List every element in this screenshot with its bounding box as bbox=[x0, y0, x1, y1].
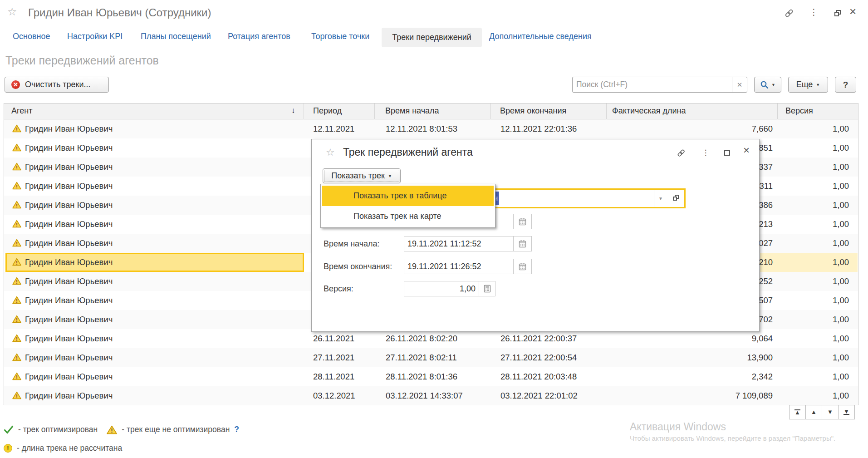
legend-optimized-label: - трек оптимизирован bbox=[18, 425, 98, 434]
end-time-field[interactable]: 19.11.2021 11:26:52 bbox=[404, 259, 514, 274]
tab-plany-poseshcheniy[interactable]: Планы посещений bbox=[141, 32, 211, 41]
col-header-period[interactable]: Период bbox=[313, 106, 342, 116]
tab-osnovnoe[interactable]: Основное bbox=[13, 32, 50, 41]
cell-length: 2,342 bbox=[636, 372, 773, 382]
cell-agent: Гридин Иван Юрьевич bbox=[25, 391, 113, 401]
link-icon[interactable] bbox=[783, 7, 795, 19]
cell-version: 1,00 bbox=[777, 315, 849, 325]
search-clear-icon[interactable]: ✕ bbox=[732, 77, 747, 92]
cell-length: 9,064 bbox=[636, 334, 773, 344]
cell-period: 26.11.2021 bbox=[313, 334, 354, 344]
version-calc-button[interactable] bbox=[479, 281, 495, 296]
go-up-button[interactable]: ▲ bbox=[805, 405, 822, 419]
table-row[interactable]: !Гридин Иван Юрьевич26.11.202126.11.2021… bbox=[4, 329, 858, 348]
cell-version: 1,00 bbox=[777, 257, 849, 267]
svg-text:!: ! bbox=[16, 336, 18, 342]
svg-text:!: ! bbox=[16, 165, 18, 170]
svg-text:!: ! bbox=[16, 374, 18, 380]
dialog-more-menu-icon[interactable]: ⋮ bbox=[700, 147, 711, 158]
windows-activation-title: Активация Windows bbox=[630, 421, 726, 433]
period-calendar-button[interactable] bbox=[513, 214, 532, 229]
table-nav-buttons: ▲ ▲ ▼ ▼ bbox=[790, 405, 855, 419]
table-row[interactable]: !Гридин Иван Юрьевич03.12.202103.12.2021… bbox=[4, 386, 858, 405]
menu-item-show-track-table[interactable]: Показать трек в таблице bbox=[322, 186, 494, 206]
start-time-calendar-button[interactable] bbox=[513, 236, 532, 251]
cell-agent: Гридин Иван Юрьевич bbox=[25, 353, 113, 363]
svg-text:!: ! bbox=[16, 355, 18, 361]
table-row[interactable]: !Гридин Иван Юрьевич28.11.202128.11.2021… bbox=[4, 367, 858, 386]
tab-torgovye-tochki[interactable]: Торговые точки bbox=[311, 32, 369, 41]
search-button[interactable]: ▼ bbox=[754, 77, 781, 93]
cell-version: 1,00 bbox=[777, 353, 849, 363]
cell-version: 1,00 bbox=[777, 238, 849, 248]
go-down-button[interactable]: ▼ bbox=[822, 405, 839, 419]
tab-dopolnitelnye-svedeniya[interactable]: Дополнительные сведения bbox=[489, 32, 592, 41]
go-first-button[interactable]: ▲ bbox=[789, 405, 806, 419]
search-input[interactable] bbox=[573, 77, 731, 92]
col-header-agent[interactable]: Агент bbox=[11, 106, 32, 116]
svg-text:!: ! bbox=[16, 203, 18, 208]
cell-start: 27.11.2021 8:02:11 bbox=[386, 353, 457, 363]
cell-agent: Гридин Иван Юрьевич bbox=[25, 181, 113, 191]
cell-agent: Гридин Иван Юрьевич bbox=[25, 372, 113, 382]
warning-icon: ! bbox=[12, 201, 21, 211]
col-header-length[interactable]: Фактическая длина bbox=[612, 106, 686, 116]
cell-length: 7 109,089 bbox=[636, 391, 773, 401]
dialog-maximize-icon[interactable] bbox=[721, 148, 732, 158]
end-time-calendar-button[interactable] bbox=[513, 259, 532, 274]
warning-icon: ! bbox=[12, 277, 21, 287]
tab-treki-peredvizheniy-active[interactable]: Треки передвижений bbox=[382, 28, 482, 47]
sort-descending-icon: ↓ bbox=[291, 106, 295, 115]
start-time-field[interactable]: 19.11.2021 11:12:52 bbox=[404, 236, 514, 251]
menu-item-show-track-map[interactable]: Показать трек на карте bbox=[322, 206, 494, 227]
calculator-icon bbox=[484, 285, 491, 293]
cell-version: 1,00 bbox=[777, 124, 849, 134]
dialog-favorite-star-icon[interactable]: ☆ bbox=[326, 147, 335, 158]
cell-version: 1,00 bbox=[777, 143, 849, 153]
agent-dropdown-icon[interactable]: ▼ bbox=[658, 196, 663, 201]
show-track-button[interactable]: Показать трек ▼ bbox=[323, 168, 401, 183]
svg-text:!: ! bbox=[16, 260, 18, 266]
go-last-button[interactable]: ▼ bbox=[838, 405, 855, 419]
table-row[interactable]: !Гридин Иван Юрьевич12.11.202112.11.2021… bbox=[4, 119, 858, 138]
legend-not-optimized-label: - трек еще не оптимизирован bbox=[122, 425, 230, 434]
version-label: Версия: bbox=[324, 281, 353, 296]
clear-tracks-label: Очистить треки... bbox=[25, 80, 91, 89]
clear-tracks-button[interactable]: ✕ Очистить треки... bbox=[5, 77, 109, 93]
cell-start: 12.11.2021 8:01:53 bbox=[386, 124, 457, 134]
cell-version: 1,00 bbox=[777, 391, 849, 401]
calendar-icon bbox=[518, 240, 527, 248]
cell-end: 27.11.2021 22:00:54 bbox=[500, 353, 577, 363]
version-field[interactable]: 1,00 bbox=[404, 281, 479, 296]
dialog-link-icon[interactable] bbox=[676, 148, 687, 158]
more-menu-icon[interactable]: ⋮ bbox=[809, 7, 818, 17]
help-button[interactable]: ? bbox=[835, 77, 856, 93]
restore-window-icon[interactable] bbox=[832, 7, 844, 19]
tab-rotatsiya-agentov[interactable]: Ротация агентов bbox=[228, 32, 290, 41]
calendar-icon bbox=[518, 262, 527, 271]
page-title: Треки передвижений агентов bbox=[5, 54, 159, 67]
svg-text:!: ! bbox=[111, 428, 113, 434]
col-header-version[interactable]: Версия bbox=[785, 106, 813, 116]
warning-icon: ! bbox=[12, 124, 21, 135]
tab-nastroyki-kpi[interactable]: Настройки KPI bbox=[67, 32, 123, 41]
warning-icon: ! bbox=[12, 163, 21, 173]
cell-agent: Гридин Иван Юрьевич bbox=[25, 315, 113, 325]
legend-help-link[interactable]: ? bbox=[234, 425, 239, 434]
close-window-icon[interactable]: × bbox=[849, 5, 856, 19]
start-time-label: Время начала: bbox=[324, 236, 380, 251]
cell-version: 1,00 bbox=[777, 372, 849, 382]
search-box: ✕ bbox=[572, 77, 747, 93]
col-header-end[interactable]: Время окончания bbox=[500, 106, 566, 116]
cell-version: 1,00 bbox=[777, 334, 849, 344]
more-button[interactable]: Еще ▼ bbox=[788, 77, 828, 93]
table-row[interactable]: !Гридин Иван Юрьевич27.11.202127.11.2021… bbox=[4, 348, 858, 367]
favorite-star-icon[interactable]: ☆ bbox=[7, 5, 17, 18]
legend-not-calculated-label: - длина трека не рассчитана bbox=[17, 443, 122, 453]
cell-version: 1,00 bbox=[777, 295, 849, 305]
cell-agent: Гридин Иван Юрьевич bbox=[25, 257, 113, 267]
col-header-start[interactable]: Время начала bbox=[385, 106, 439, 116]
cell-agent: Гридин Иван Юрьевич bbox=[25, 334, 113, 344]
dialog-close-icon[interactable]: × bbox=[741, 145, 752, 156]
track-dialog: ☆ Трек передвижений агента ⋮ × Показать … bbox=[311, 139, 760, 332]
